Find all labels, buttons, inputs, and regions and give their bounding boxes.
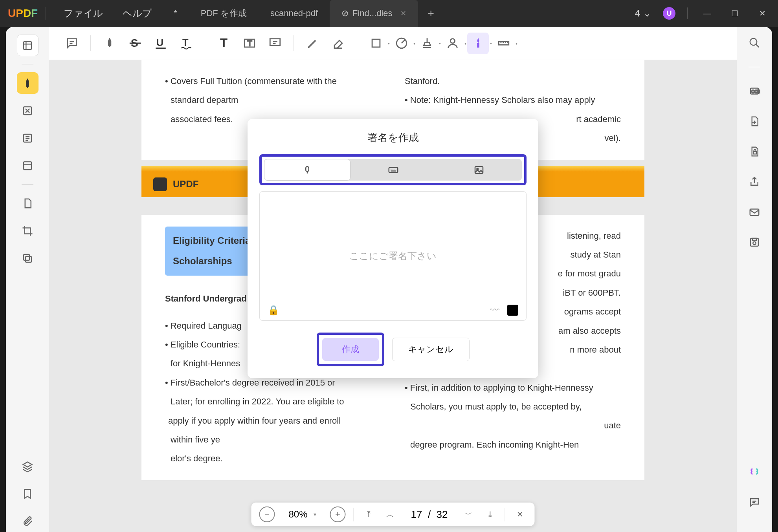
eraser-tool[interactable] xyxy=(327,33,349,54)
svg-rect-5 xyxy=(24,254,29,260)
tab-find[interactable]: ⊘ Find...dies ✕ xyxy=(330,0,418,27)
tab-label: * xyxy=(174,8,177,18)
protect-button[interactable] xyxy=(746,143,763,160)
comment-panel-button[interactable] xyxy=(746,494,763,510)
stamp-tool[interactable]: ▾ xyxy=(416,33,438,54)
ai-button[interactable] xyxy=(746,464,763,480)
modal-title: 署名を作成 xyxy=(259,131,527,144)
svg-rect-15 xyxy=(372,39,380,47)
copy-tool[interactable] xyxy=(17,247,39,269)
svg-point-23 xyxy=(750,38,757,46)
tab-disabled-icon: ⊘ xyxy=(341,8,349,18)
person-stamp-tool[interactable]: ▾ xyxy=(442,33,463,54)
tab-add-button[interactable]: + xyxy=(418,7,444,20)
signature-tool[interactable]: ▾ xyxy=(467,33,489,54)
svg-rect-21 xyxy=(475,166,483,174)
svg-text:T: T xyxy=(220,37,228,50)
sticker-tool[interactable]: ▾ xyxy=(391,33,412,54)
svg-point-29 xyxy=(753,242,756,245)
chevron-down-icon: ▾ xyxy=(490,41,492,46)
maximize-button[interactable]: ☐ xyxy=(727,9,743,18)
cancel-button[interactable]: キャンセル xyxy=(392,338,470,361)
svg-point-17 xyxy=(450,39,455,43)
user-avatar[interactable]: U xyxy=(663,7,675,20)
svg-rect-19 xyxy=(306,166,309,172)
chevron-down-icon: ▾ xyxy=(439,41,441,46)
app-logo: UPDF xyxy=(8,7,46,20)
attachment-tool[interactable] xyxy=(17,510,39,532)
signature-color-picker[interactable] xyxy=(507,305,518,316)
create-button-highlight: 作成 xyxy=(317,333,384,366)
crop-tool[interactable] xyxy=(17,220,39,241)
svg-rect-4 xyxy=(26,256,31,262)
strikethrough-tool[interactable]: S xyxy=(124,33,146,54)
squiggly-tool[interactable]: T xyxy=(175,33,197,54)
highlight-text-tool[interactable] xyxy=(99,33,120,54)
ocr-button[interactable]: OCR xyxy=(746,83,763,99)
highlight-tool[interactable] xyxy=(17,72,39,94)
chevron-down-icon: ▾ xyxy=(464,41,466,46)
search-button[interactable] xyxy=(746,35,763,51)
menu-file[interactable]: ファイル xyxy=(54,7,113,20)
create-button[interactable]: 作成 xyxy=(322,338,379,361)
chevron-down-icon: ⌄ xyxy=(643,8,651,19)
tab-count-value: 4 xyxy=(635,8,640,19)
textbox-tool[interactable]: T xyxy=(239,33,260,54)
signature-image-tab[interactable] xyxy=(436,159,522,181)
svg-text:U: U xyxy=(156,37,163,48)
signature-draw-tab[interactable] xyxy=(264,159,350,181)
edit-text-tool[interactable] xyxy=(17,100,39,121)
form-tool[interactable] xyxy=(17,127,39,149)
svg-text:T: T xyxy=(182,37,189,48)
chevron-down-icon: ▾ xyxy=(388,41,390,46)
svg-rect-3 xyxy=(24,162,31,170)
tab-scanned[interactable]: scanned-pdf xyxy=(259,0,330,27)
tab-label: PDF を作成 xyxy=(201,7,247,19)
comment-tool[interactable] xyxy=(61,33,83,54)
callout-tool[interactable] xyxy=(264,33,286,54)
pencil-tool[interactable] xyxy=(302,33,323,54)
tab-count[interactable]: 4 ⌄ xyxy=(635,8,651,19)
tab-label: Find...dies xyxy=(352,8,393,18)
share-button[interactable] xyxy=(746,174,763,190)
thumbnails-tool[interactable] xyxy=(17,35,39,56)
export-button[interactable] xyxy=(746,113,763,130)
tab-create-pdf[interactable]: PDF を作成 xyxy=(189,0,259,27)
underline-tool[interactable]: U xyxy=(150,33,171,54)
mail-button[interactable] xyxy=(746,204,763,220)
signature-keyboard-tab[interactable] xyxy=(350,159,436,181)
text-tool[interactable]: T xyxy=(213,33,235,54)
svg-text:T: T xyxy=(247,39,252,48)
close-button[interactable]: ✕ xyxy=(754,9,770,18)
organize-tool[interactable] xyxy=(17,155,39,176)
svg-rect-27 xyxy=(750,209,759,216)
signature-method-highlight xyxy=(259,154,527,185)
page-tool[interactable] xyxy=(17,192,39,214)
svg-rect-0 xyxy=(24,42,31,49)
chevron-down-icon: ▾ xyxy=(413,41,415,46)
lock-icon[interactable]: 🔒 xyxy=(268,305,279,316)
svg-rect-26 xyxy=(754,152,757,154)
bookmark-tool[interactable] xyxy=(17,483,39,505)
tab-label: scanned-pdf xyxy=(270,8,318,18)
signature-canvas[interactable]: ここにご署名下さい 🔒 〰 xyxy=(259,191,527,321)
menu-help[interactable]: ヘルプ xyxy=(113,7,162,20)
minimize-button[interactable]: — xyxy=(699,9,715,18)
tab-close-icon[interactable]: ✕ xyxy=(400,9,406,18)
tab-unsaved[interactable]: * xyxy=(162,0,189,27)
svg-rect-30 xyxy=(752,238,756,240)
ruler-tool[interactable]: ▾ xyxy=(493,33,514,54)
shape-tool[interactable]: ▾ xyxy=(365,33,387,54)
signature-placeholder: ここにご署名下さい xyxy=(349,250,437,262)
layers-tool[interactable] xyxy=(17,455,39,477)
svg-text:OCR: OCR xyxy=(752,90,760,94)
chevron-down-icon: ▾ xyxy=(516,41,517,46)
save-button[interactable] xyxy=(746,234,763,250)
stroke-style-icon[interactable]: 〰 xyxy=(490,305,499,316)
signature-modal: 署名を作成 ここにご署名下さい 🔒 〰 xyxy=(248,119,538,378)
